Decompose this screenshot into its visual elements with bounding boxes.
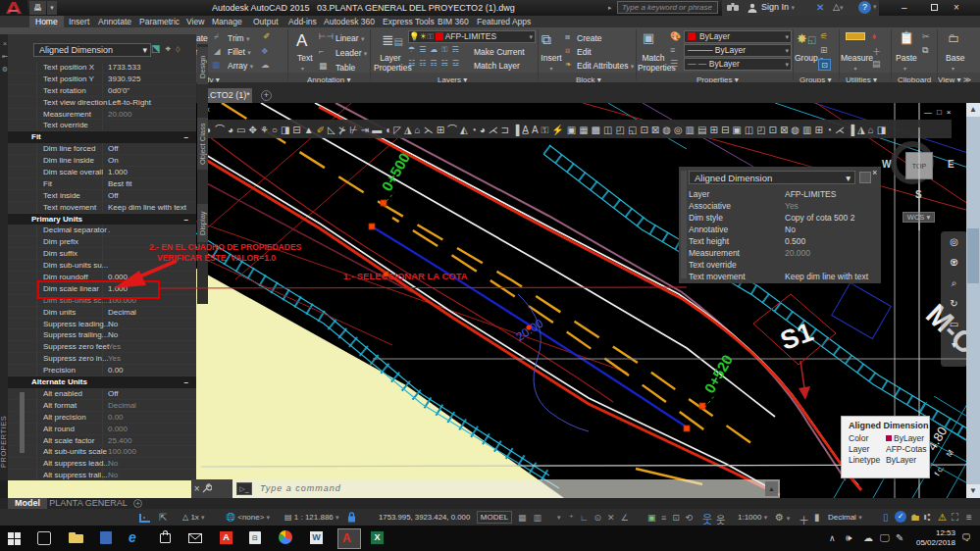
svg-text:M: M <box>945 448 955 459</box>
svg-text:f c.: f c. <box>933 464 946 477</box>
svg-text:1.- SELECCIONAR LA COTA: 1.- SELECCIONAR LA COTA <box>343 271 468 281</box>
